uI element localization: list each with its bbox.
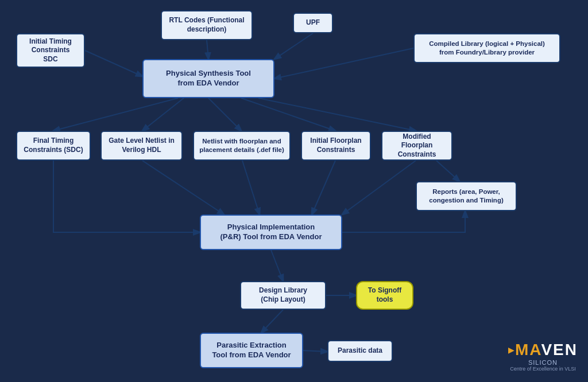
rtl-box: RTL Codes (Functional description) bbox=[161, 10, 253, 40]
svg-line-5 bbox=[142, 98, 184, 131]
svg-line-8 bbox=[258, 98, 416, 131]
svg-line-13 bbox=[436, 161, 459, 181]
svg-line-10 bbox=[242, 161, 260, 215]
gate-netlist-box: Gate Level Netlist inVerilog HDL bbox=[100, 131, 183, 161]
svg-line-14 bbox=[271, 250, 283, 281]
svg-line-0 bbox=[207, 40, 208, 59]
initial-floorplan-box: Initial FloorplanConstraints bbox=[301, 131, 371, 161]
upf-box: UPF bbox=[293, 13, 333, 33]
svg-line-6 bbox=[208, 98, 241, 131]
design-library-box: Design Library(Chip Layout) bbox=[240, 281, 326, 310]
svg-line-11 bbox=[312, 161, 335, 215]
compiled-lib-box: Compiled Library (logical + Physical)fro… bbox=[413, 33, 560, 63]
parasitic-data-box: Parasitic data bbox=[327, 340, 393, 362]
svg-line-9 bbox=[142, 161, 224, 215]
reports-box: Reports (area, Power,congestion and Timi… bbox=[416, 181, 517, 211]
svg-line-1 bbox=[274, 33, 313, 59]
svg-line-7 bbox=[241, 98, 335, 131]
signoff-box: To Signofftools bbox=[356, 281, 413, 310]
netlist-floorplan-box: Netlist with floorplan andplacement deta… bbox=[193, 131, 291, 161]
svg-line-16 bbox=[261, 310, 283, 333]
pr-tool-box: Physical Implementation(P&R) Tool from E… bbox=[200, 215, 342, 250]
modified-floorplan-box: Modified FloorplanConstraints bbox=[381, 131, 452, 161]
svg-line-3 bbox=[274, 48, 413, 79]
svg-line-12 bbox=[342, 161, 416, 215]
svg-line-17 bbox=[302, 350, 327, 352]
final-timing-box: Final TimingConstraints (SDC) bbox=[16, 131, 91, 161]
maven-logo: ▶ MAVEN SILICON Centre of Excellence in … bbox=[508, 341, 578, 372]
diagram-container: RTL Codes (Functional description) UPF I… bbox=[0, 0, 588, 382]
svg-line-2 bbox=[85, 50, 142, 76]
svg-line-4 bbox=[53, 98, 178, 131]
parasitic-extraction-box: Parasitic ExtractionTool from EDA Vendor bbox=[200, 333, 303, 368]
initial-timing-box: Initial TimingConstraintsSDC bbox=[16, 33, 85, 68]
physical-synthesis-box: Physical Synthesis Toolfrom EDA Vendor bbox=[142, 59, 274, 98]
